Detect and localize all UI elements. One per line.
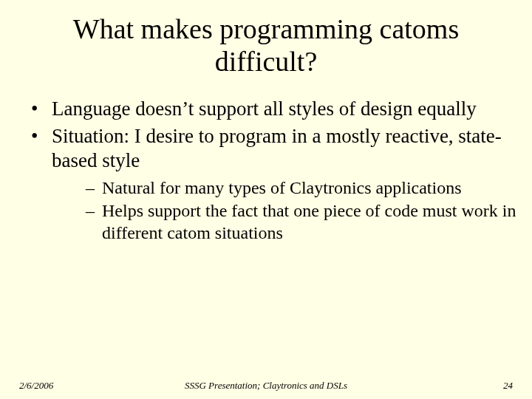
footer-date: 2/6/2006 — [19, 380, 152, 392]
sub-bullet-item: Helps support the fact that one piece of… — [52, 200, 517, 244]
bullet-text: Situation: I desire to program in a most… — [52, 125, 502, 171]
footer-page-number: 24 — [380, 380, 513, 392]
bullet-item: Situation: I desire to program in a most… — [21, 124, 517, 244]
slide-body: Language doesn’t support all styles of d… — [0, 78, 532, 244]
slide: What makes programming catoms difficult?… — [0, 0, 532, 399]
sub-bullet-text: Helps support the fact that one piece of… — [102, 201, 516, 242]
sub-bullet-item: Natural for many types of Claytronics ap… — [52, 177, 517, 199]
bullet-list: Language doesn’t support all styles of d… — [21, 97, 517, 244]
slide-footer: 2/6/2006 SSSG Presentation; Claytronics … — [0, 380, 532, 392]
footer-center: SSSG Presentation; Claytronics and DSLs — [152, 380, 380, 392]
slide-title: What makes programming catoms difficult? — [0, 0, 532, 78]
sub-bullet-text: Natural for many types of Claytronics ap… — [102, 178, 462, 197]
bullet-item: Language doesn’t support all styles of d… — [21, 97, 517, 121]
bullet-text: Language doesn’t support all styles of d… — [52, 98, 477, 120]
sub-bullet-list: Natural for many types of Claytronics ap… — [52, 177, 517, 244]
